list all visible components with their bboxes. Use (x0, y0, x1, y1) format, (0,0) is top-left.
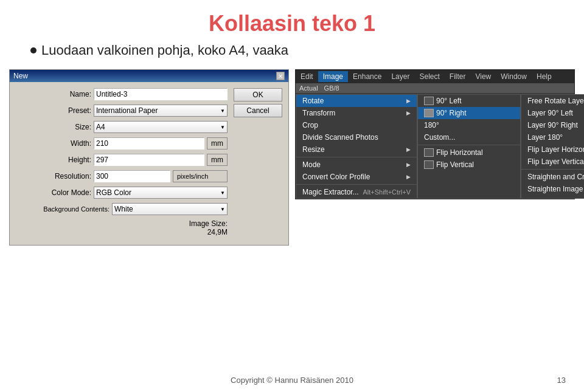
menu-enhance[interactable]: Enhance (348, 71, 386, 82)
width-input[interactable] (94, 137, 204, 150)
color-mode-dropdown[interactable]: RGB Color ▼ (94, 187, 228, 199)
rotate-arrow-icon: ▶ (406, 98, 411, 104)
menu-filter[interactable]: Filter (445, 71, 471, 82)
magic-shortcut: Alt+Shift+Ctrl+V (363, 188, 411, 196)
submenu-180[interactable]: 180° (418, 119, 520, 131)
free-rotate-layer[interactable]: Free Rotate Layer (521, 95, 584, 107)
menu-item-mode[interactable]: Mode ▶ (296, 159, 417, 171)
color-mode-value: RGB Color (96, 188, 131, 197)
rotate-label: Rotate (302, 97, 324, 105)
image-size-value: 24,9M (18, 228, 228, 236)
layer-90-left[interactable]: Layer 90° Left (521, 107, 584, 119)
info-gb: GB/8 (324, 84, 339, 92)
bullet-dot (30, 47, 36, 53)
size-row: Size: A4 ▼ (18, 121, 228, 133)
menu-select[interactable]: Select (414, 71, 444, 82)
width-label: Width: (18, 139, 91, 148)
separator-2 (296, 184, 417, 185)
bullet-line: Luodaan valkoinen pohja, koko A4, vaaka (0, 43, 584, 58)
menu-item-crop[interactable]: Crop (296, 119, 417, 131)
ok-button[interactable]: OK (234, 88, 282, 101)
layer-90-right[interactable]: Layer 90° Right (521, 119, 584, 131)
bullet-text: Luodaan valkoinen pohja, koko A4, vaaka (41, 43, 288, 58)
transform-label: Transform (302, 109, 335, 117)
bg-contents-dropdown[interactable]: White ▼ (112, 203, 228, 215)
rotate-submenu: 90° Left 90° Right 180° Custom... Flip H… (417, 94, 521, 199)
flip-h-icon (424, 148, 434, 157)
rotate-left-icon (424, 97, 434, 105)
preset-row: Preset: International Paper ▼ (18, 105, 228, 117)
straighten-crop[interactable]: Straighten and Crop Image (521, 171, 584, 183)
width-unit: mm (207, 137, 228, 150)
submenu-flip-h[interactable]: Flip Horizontal (418, 146, 520, 159)
page-title: Kollaasin teko 1 (0, 0, 584, 36)
menu-topbar: Edit Image Enhance Layer Select Filter V… (296, 70, 574, 83)
rotate-right-label: 90° Right (436, 109, 467, 117)
convert-label: Convert Color Profile (302, 173, 370, 181)
menu-view[interactable]: View (470, 71, 496, 82)
flip-layer-vertical[interactable]: Flip Layer Vertical (521, 156, 584, 168)
name-label: Name: (18, 90, 91, 98)
menu-image[interactable]: Image (318, 71, 348, 82)
menu-item-resize[interactable]: Resize ▶ (296, 143, 417, 156)
page-number: 13 (557, 376, 566, 385)
magic-label: Magic Extractor... (302, 188, 359, 196)
dialog-titlebar: New ✕ (10, 70, 288, 82)
convert-arrow-icon: ▶ (406, 174, 411, 180)
preset-value: International Paper (96, 106, 158, 115)
copyright-text: Copyright © Hannu Räisänen 2010 (231, 376, 353, 385)
context-menus: Rotate ▶ Transform ▶ Crop Divide Scanned… (296, 94, 574, 199)
resize-label: Resize (302, 145, 325, 154)
mode-label: Mode (302, 160, 321, 169)
rotate-left-label: 90° Left (436, 97, 462, 105)
menu-layer[interactable]: Layer (386, 71, 414, 82)
straighten-image[interactable]: Straighten Image (521, 183, 584, 195)
menu-info-bar: Actual GB/8 (296, 83, 574, 93)
image-size-area: Image Size: 24,9M (18, 219, 228, 236)
resolution-label: Resolution: (18, 172, 91, 181)
crop-label: Crop (302, 121, 318, 129)
color-mode-label: Color Mode: (18, 188, 91, 197)
submenu-separator (418, 145, 520, 145)
name-input[interactable] (94, 88, 228, 100)
height-row: Height: mm (18, 154, 228, 166)
menu-item-convert[interactable]: Convert Color Profile ▶ (296, 171, 417, 183)
height-input[interactable] (94, 154, 204, 166)
flip-layer-horizontal[interactable]: Flip Layer Horizontal (521, 143, 584, 156)
resolution-row: Resolution: pixels/inch (18, 170, 228, 182)
image-size-label: Image Size: (18, 219, 228, 228)
menu-edit[interactable]: Edit (296, 71, 318, 82)
height-label: Height: (18, 156, 91, 164)
name-row: Name: (18, 88, 228, 100)
menu-item-divide[interactable]: Divide Scanned Photos (296, 131, 417, 143)
menu-item-magic[interactable]: Magic Extractor... Alt+Shift+Ctrl+V (296, 186, 417, 198)
menu-help[interactable]: Help (532, 71, 557, 82)
rotate-custom-label: Custom... (424, 133, 455, 142)
sub-submenu: Free Rotate Layer Layer 90° Left Layer 9… (521, 94, 584, 199)
rotate-180-label: 180° (424, 121, 439, 129)
size-value: A4 (96, 123, 105, 131)
submenu-custom[interactable]: Custom... (418, 131, 520, 143)
menu-item-transform[interactable]: Transform ▶ (296, 107, 417, 119)
transform-arrow-icon: ▶ (406, 110, 411, 116)
new-dialog: New ✕ Name: Preset: International Paper (9, 69, 289, 246)
footer: Copyright © Hannu Räisänen 2010 (0, 376, 584, 385)
menu-window[interactable]: Window (496, 71, 532, 82)
dialog-close-button[interactable]: ✕ (276, 72, 285, 80)
menu-item-rotate[interactable]: Rotate ▶ (296, 95, 417, 107)
size-dropdown[interactable]: A4 ▼ (94, 121, 228, 133)
submenu-90-left[interactable]: 90° Left (418, 95, 520, 107)
dialog-main-row: Name: Preset: International Paper ▼ Size… (18, 88, 280, 236)
resolution-input[interactable] (94, 170, 170, 182)
submenu-90-right[interactable]: 90° Right (418, 107, 520, 119)
size-arrow-icon: ▼ (220, 125, 225, 130)
info-actual: Actual (299, 84, 318, 92)
mode-arrow-icon: ▶ (406, 162, 411, 168)
cancel-button[interactable]: Cancel (234, 104, 282, 117)
layer-180[interactable]: Layer 180° (521, 131, 584, 143)
resize-arrow-icon: ▶ (406, 146, 411, 153)
button-area: OK Cancel (234, 88, 282, 120)
preset-dropdown[interactable]: International Paper ▼ (94, 105, 228, 117)
submenu-flip-v[interactable]: Flip Vertical (418, 159, 520, 171)
primary-context-menu: Rotate ▶ Transform ▶ Crop Divide Scanned… (296, 94, 417, 199)
